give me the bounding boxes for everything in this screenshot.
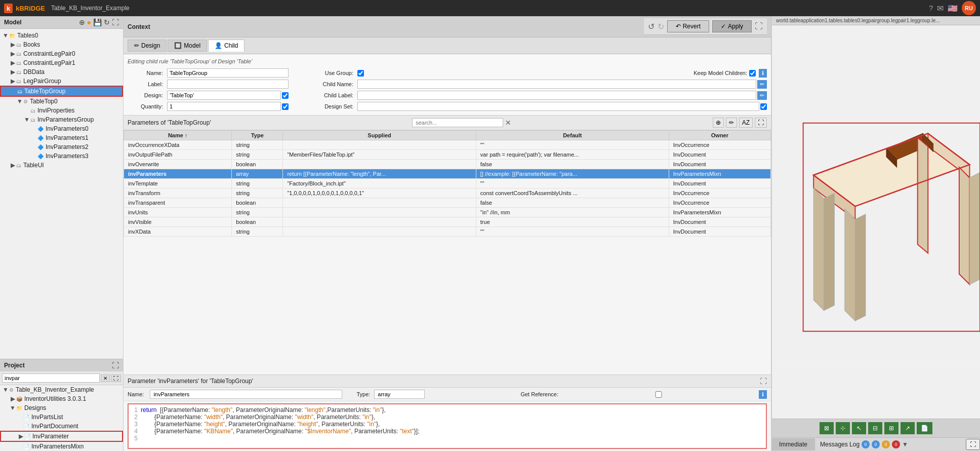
child-name-edit-btn[interactable]: ✏ (757, 80, 767, 89)
table-row[interactable]: invOutputFilePath string "MemberFiles/Ta… (124, 150, 771, 160)
tree-item-invparams1[interactable]: 🔷 InvParameters1 (0, 133, 123, 142)
table-row-invparameters[interactable]: invParameters array return [{ParameterNa… (124, 169, 771, 179)
code-line-4: 4 {ParameterName: "KBName", ParameterOri… (131, 428, 764, 435)
tab-model[interactable]: 🔲 Model (168, 40, 207, 52)
table-row[interactable]: invXData string "" InvDocument (124, 227, 771, 237)
params-sort-az-btn[interactable]: AZ (739, 118, 753, 128)
tab-design[interactable]: ✏ Design (128, 40, 167, 52)
design-checkbox[interactable] (282, 92, 289, 99)
tab-child[interactable]: 👤 Child (208, 40, 244, 52)
tree-item-clp0[interactable]: ▶ 🗂 ConstraintLegPair0 (0, 49, 123, 58)
use-group-checkbox[interactable] (357, 70, 364, 77)
project-tree-item-inventorutilities[interactable]: ▶ 📦 InventorUtilities 3.0.3.1 (0, 394, 123, 403)
user-avatar[interactable]: RU (962, 1, 976, 15)
tree-item-invisproperties[interactable]: 🗂 InviProperties (0, 106, 123, 115)
project-tree-item-invpartdocument[interactable]: 📄 InvPartDocument (0, 422, 123, 431)
param-type-input[interactable] (374, 390, 425, 399)
project-tree-item-invparameter[interactable]: ▶ 📄 InvParameter (0, 431, 123, 442)
tree-item-clp1[interactable]: ▶ 🗂 ConstraintLegPair1 (0, 58, 123, 67)
project-search-input[interactable] (2, 373, 100, 383)
immediate-tab[interactable]: Immediate (772, 438, 815, 450)
param-get-ref-checkbox[interactable] (562, 391, 755, 398)
params-search-input[interactable] (412, 118, 503, 127)
child-label-edit-btn[interactable]: ✏ (757, 91, 767, 100)
bottom-resize-btn[interactable]: ⛶ (966, 439, 980, 450)
project-tree-item-invparametersmixn[interactable]: 📄 InvParametersMixn (0, 442, 123, 451)
params-edit-btn[interactable]: ✏ (726, 118, 737, 128)
model-refresh-btn[interactable]: ↻ (104, 18, 110, 26)
code-editor[interactable]: 1 return [{ParameterName: "length", Para… (128, 403, 767, 449)
designs-label: Designs (24, 404, 46, 411)
tree-item-invparams0[interactable]: 🔷 InvParameters0 (0, 124, 123, 133)
col-name[interactable]: Name ↑ (124, 131, 232, 140)
child-name-input[interactable] (357, 80, 756, 89)
tree-item-tabletopgroup[interactable]: 🗂 TableTopGroup (0, 86, 123, 97)
view-btn-collapse[interactable]: ⊟ (868, 422, 882, 434)
view-btn-home[interactable]: ⊠ (820, 422, 834, 434)
project-tree-item-designs[interactable]: ▼ 📁 Designs (0, 403, 123, 412)
param-info-btn[interactable]: ℹ (759, 390, 767, 399)
mail-icon[interactable]: ✉ (937, 4, 944, 13)
table-row[interactable]: invOverwrite boolean false InvDocument (124, 160, 771, 169)
table-row[interactable]: invVisible boolean true InvDocument (124, 217, 771, 227)
context-reset-btn[interactable]: ↺ (648, 22, 655, 31)
view-btn-fit[interactable]: ↗ (901, 422, 915, 434)
context-fullscreen-btn[interactable]: ⛶ (755, 22, 763, 31)
view-btn-expand-view[interactable]: ⊞ (884, 422, 899, 434)
design-set-input[interactable] (357, 102, 759, 111)
tree-item-tabletop0[interactable]: ▼ ⚙ TableTop0 (0, 97, 123, 106)
param-name-input[interactable] (150, 390, 342, 399)
revert-button[interactable]: ↶ Revert (667, 20, 709, 32)
table-row[interactable]: invOccurrenceXData string "" InvOccurren… (124, 140, 771, 150)
table-row[interactable]: invUnits string "in" //in, mm InvParamet… (124, 208, 771, 217)
label-input[interactable] (167, 80, 289, 89)
model-circle-btn[interactable]: ● (87, 18, 91, 26)
keep-model-children-checkbox[interactable] (749, 70, 756, 77)
design-set-label: Design Set: (293, 103, 353, 109)
keep-model-children-info-btn[interactable]: ℹ (759, 69, 767, 78)
params-search-clear-btn[interactable]: ✕ (505, 119, 511, 127)
view-btn-select[interactable]: ↖ (852, 422, 866, 434)
table-row[interactable]: invTransparent boolean false InvOccurren… (124, 198, 771, 208)
params-fullscreen-btn[interactable]: ⛶ (755, 118, 767, 128)
param-detail-fullscreen-btn[interactable]: ⛶ (760, 377, 767, 385)
tree-item-invparams3[interactable]: 🔷 InvParameters3 (0, 152, 123, 161)
messages-tab[interactable]: Messages Log 0 0 0 0 ▼ (815, 438, 913, 451)
view-btn-export[interactable]: 📄 (917, 422, 932, 434)
params-add-btn[interactable]: ⊕ (713, 118, 724, 128)
project-expand-btn[interactable]: ⛶ (112, 361, 119, 369)
model-add-btn[interactable]: ⊕ (79, 18, 85, 26)
model-3d-view[interactable] (772, 25, 980, 419)
quantity-label: Quantity: (128, 103, 163, 109)
apply-button[interactable]: ✓ Apply (712, 20, 752, 32)
table-kb-label: Table_KB_Inventor_Example (16, 386, 94, 393)
col-default: Default (476, 131, 669, 140)
project-tree-item-table-kb[interactable]: ▼ ⚙ Table_KB_Inventor_Example (0, 385, 123, 394)
tree-item-invparams2[interactable]: 🔷 InvParameters2 (0, 142, 123, 152)
project-search-clear-btn[interactable]: ✕ (101, 374, 110, 382)
model-save-btn[interactable]: 💾 (93, 18, 102, 26)
name-input[interactable] (167, 68, 289, 78)
messages-dropdown-btn[interactable]: ▼ (902, 441, 908, 448)
table-row[interactable]: invTemplate string "Factory/Block_inch.i… (124, 179, 771, 189)
model-expand-btn[interactable]: ⛶ (112, 18, 119, 26)
help-icon[interactable]: ? (929, 4, 933, 12)
project-search-expand-btn[interactable]: ⛶ (111, 374, 121, 382)
tree-item-dbdata[interactable]: ▶ 🗂 DBData (0, 67, 123, 77)
tree-item-tableui[interactable]: ▶ 🗂 TableUI (0, 161, 123, 170)
design-set-checkbox[interactable] (760, 103, 767, 110)
view-btn-pan[interactable]: ⊹ (836, 422, 850, 434)
invparams1-icon: 🔷 (37, 135, 44, 141)
tree-item-legpairgroup[interactable]: ▶ 🗂 LegPairGroup (0, 77, 123, 86)
col-supplied: Supplied (283, 131, 476, 140)
child-label-input[interactable] (357, 91, 756, 100)
quantity-checkbox[interactable] (282, 103, 289, 110)
table-row[interactable]: invTransform string "1,0,0,0,0,1,0,0,0,0… (124, 189, 771, 198)
context-forward-btn[interactable]: ↻ (658, 22, 664, 31)
tree-item-invparamsgroup[interactable]: ▼ 🗂 InvParametersGroup (0, 115, 123, 124)
tree-item-books[interactable]: ▶ 🗂 Books (0, 40, 123, 49)
tree-item-tables0[interactable]: ▼ 📁 Tables0 (0, 31, 123, 40)
project-tree-item-invpartslist[interactable]: 📄 InvPartsList (0, 412, 123, 422)
quantity-input[interactable] (167, 102, 281, 111)
design-input[interactable] (167, 91, 281, 100)
